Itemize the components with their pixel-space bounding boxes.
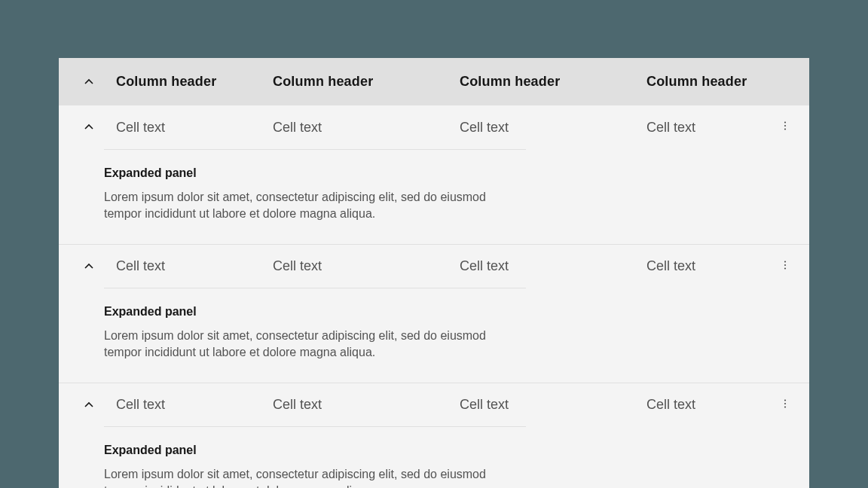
table-cell: Cell text xyxy=(460,397,646,413)
svg-point-7 xyxy=(784,403,786,404)
row-expand-toggle[interactable] xyxy=(80,121,98,133)
expanded-panel-body: Lorem ipsum dolor sit amet, consectetur … xyxy=(104,328,526,360)
overflow-menu-icon xyxy=(779,259,791,274)
chevron-up-icon xyxy=(83,399,95,411)
expanded-panel: Expanded panel Lorem ipsum dolor sit ame… xyxy=(59,426,809,488)
table-header-row: Column header Column header Column heade… xyxy=(59,58,809,105)
svg-point-2 xyxy=(784,128,786,130)
row-overflow-menu[interactable] xyxy=(775,120,796,135)
svg-point-3 xyxy=(784,261,786,262)
table-cell: Cell text xyxy=(646,258,775,274)
svg-point-8 xyxy=(784,406,786,407)
chevron-up-icon xyxy=(83,76,95,88)
table-cell: Cell text xyxy=(646,120,775,136)
chevron-up-icon xyxy=(83,261,95,273)
table-cell: Cell text xyxy=(460,120,646,136)
expanded-panel-body: Lorem ipsum dolor sit amet, consectetur … xyxy=(104,466,526,488)
expanded-panel: Expanded panel Lorem ipsum dolor sit ame… xyxy=(59,149,809,244)
column-header[interactable]: Column header xyxy=(646,74,775,90)
table-cell: Cell text xyxy=(273,120,460,136)
svg-point-0 xyxy=(784,121,786,123)
svg-point-4 xyxy=(784,264,786,266)
table-cell: Cell text xyxy=(116,120,273,136)
table-cell: Cell text xyxy=(273,397,460,413)
column-header[interactable]: Column header xyxy=(460,74,646,90)
expanded-panel-title: Expanded panel xyxy=(104,444,526,457)
column-header[interactable]: Column header xyxy=(273,74,460,90)
table-row: Cell text Cell text Cell text Cell text xyxy=(59,105,809,149)
table-cell: Cell text xyxy=(116,397,273,413)
svg-point-6 xyxy=(784,399,786,401)
table-cell: Cell text xyxy=(646,397,775,413)
table-cell: Cell text xyxy=(273,258,460,274)
row-expand-toggle[interactable] xyxy=(80,261,98,273)
data-table: Column header Column header Column heade… xyxy=(59,58,809,488)
table-cell: Cell text xyxy=(116,258,273,274)
expanded-panel-title: Expanded panel xyxy=(104,305,526,319)
row-overflow-menu[interactable] xyxy=(775,259,796,274)
expanded-panel-title: Expanded panel xyxy=(104,166,526,180)
svg-point-5 xyxy=(784,267,786,269)
row-overflow-menu[interactable] xyxy=(775,398,796,413)
overflow-menu-icon xyxy=(779,120,791,135)
table-row: Cell text Cell text Cell text Cell text xyxy=(59,383,809,426)
column-header[interactable]: Column header xyxy=(116,74,273,90)
overflow-menu-icon xyxy=(779,398,791,413)
table-row: Cell text Cell text Cell text Cell text xyxy=(59,244,809,288)
chevron-up-icon xyxy=(83,121,95,133)
table-cell: Cell text xyxy=(460,258,646,274)
expanded-panel: Expanded panel Lorem ipsum dolor sit ame… xyxy=(59,288,809,383)
expand-all-toggle[interactable] xyxy=(80,76,98,88)
row-expand-toggle[interactable] xyxy=(80,399,98,411)
svg-point-1 xyxy=(784,125,786,127)
expanded-panel-body: Lorem ipsum dolor sit amet, consectetur … xyxy=(104,189,526,221)
